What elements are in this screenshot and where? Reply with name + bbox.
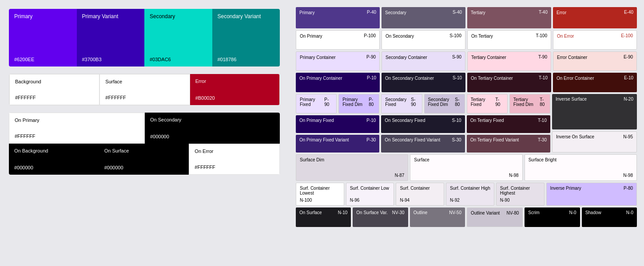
neutral-label: Error xyxy=(195,78,274,84)
right-panel: Primary P-40 Secondary S-40 Tertiary T-4… xyxy=(289,0,644,266)
cell-label: On Primary Fixed xyxy=(299,118,334,123)
neutral-label: Surface xyxy=(105,79,184,84)
color-cell: ShadowN-0 xyxy=(582,207,637,227)
cell-code: E-40 xyxy=(624,10,633,15)
cell-label: On Surface xyxy=(299,210,322,215)
cell-code: S-100 xyxy=(449,33,461,38)
color-cell: On Secondary Fixed VariantS-30 xyxy=(381,135,465,153)
color-cell: Primary FixedP-90 xyxy=(296,94,337,113)
neutral-cell: On Secondary#000000 xyxy=(145,113,280,144)
color-cell: Outline VariantNV-80 xyxy=(467,207,523,227)
cell-label: On Tertiary Fixed Variant xyxy=(470,137,519,142)
color-cell: Surf. Container HighestN-90 xyxy=(496,183,545,206)
cell-code: N-98 xyxy=(509,173,519,178)
cell-code: N-94 xyxy=(400,198,409,203)
cell-code: E-10 xyxy=(624,75,633,80)
color-cell: Surf. Container LowN-96 xyxy=(346,183,394,206)
main-swatch-row: Primary#6200EEPrimary Variant#3700B3Seco… xyxy=(9,9,280,66)
cell-code: N-87 xyxy=(395,173,405,178)
cell-code: P-40 xyxy=(367,10,376,15)
cell-code: E-100 xyxy=(621,33,633,38)
color-swatch: Primary#6200EE xyxy=(9,9,77,66)
cell-label: Scrim xyxy=(528,210,540,215)
neutral-label: On Secondary xyxy=(150,117,274,122)
cell-code: N-10 xyxy=(338,210,348,215)
cell-code: P-80 xyxy=(624,186,633,191)
color-cell: SurfaceN-98 xyxy=(410,154,522,181)
neutral-row-3: On Background#000000On Surface#000000On … xyxy=(9,144,280,175)
cell-label: Tertiary xyxy=(471,10,485,16)
neutral-label: Background xyxy=(15,79,94,84)
left-panel: Primary#6200EEPrimary Variant#3700B3Seco… xyxy=(0,0,289,266)
cell-label: Tertiary Container xyxy=(471,55,506,60)
cell-label: Surface xyxy=(414,157,429,162)
color-cell: Surf. Container HighN-92 xyxy=(446,183,494,206)
color-cell: On Error E-100 xyxy=(553,30,637,50)
neutral-row-1: Background#FFFFFFSurface#FFFFFFError#B00… xyxy=(9,74,280,106)
cell-label: Error Container xyxy=(557,55,587,60)
color-cell: On Secondary FixedS-10 xyxy=(381,115,465,133)
cell-label: Primary Fixed Dim xyxy=(342,97,369,107)
swatch-hex: #3700B3 xyxy=(82,57,139,62)
color-cell: Error E-40 xyxy=(553,7,637,28)
cell-code: T-90 xyxy=(538,55,547,59)
neutral-hex: #000000 xyxy=(14,165,94,170)
cell-label: Surface Dim xyxy=(300,157,324,162)
cell-code: N-20 xyxy=(624,97,633,102)
cell-label: On Tertiary Container xyxy=(471,75,513,81)
cell-code: T-30 xyxy=(538,137,547,142)
color-cell: Surface BrightN-98 xyxy=(525,154,637,181)
color-cell: Secondary FixedS-90 xyxy=(381,94,422,113)
color-cell: Secondary Fixed DimS-80 xyxy=(424,94,465,113)
cell-label: Surface Bright xyxy=(529,157,557,162)
cell-label: Outline Variant xyxy=(471,211,500,215)
color-cell: On Primary P-100 xyxy=(296,30,380,50)
cell-code: P-10 xyxy=(367,75,376,80)
cell-label: Tertiary Fixed Dim xyxy=(513,97,540,107)
bottom-row: On SurfaceN-10On Surface Var.NV-30Outlin… xyxy=(296,207,637,227)
cell-code: N-0 xyxy=(569,210,576,215)
color-cell: Error Container E-90 xyxy=(553,51,637,71)
cell-code: T-100 xyxy=(536,33,547,38)
neutral-hex: #000000 xyxy=(104,165,184,170)
color-grid-row: Primary P-40 Secondary S-40 Tertiary T-4… xyxy=(296,7,637,28)
cell-label: Inverse Primary xyxy=(550,186,581,191)
cell-label: Surf. Container High xyxy=(450,186,490,191)
neutral-hex: #B00020 xyxy=(195,95,274,101)
color-cell: On Surface Var.NV-30 xyxy=(353,207,408,227)
color-grid-row: On Primary Container P-10 On Secondary C… xyxy=(296,73,637,92)
color-cell: Tertiary FixedT-90 xyxy=(467,94,508,113)
color-grid-row: On Primary P-100 On Secondary S-100 On T… xyxy=(296,30,637,50)
cell-code: T-40 xyxy=(539,10,548,15)
color-cell: Secondary Container S-90 xyxy=(382,51,465,71)
swatch-hex: #03DAC6 xyxy=(150,57,207,62)
cell-label: Outline xyxy=(413,210,428,215)
color-cell: On Tertiary Fixed VariantT-30 xyxy=(467,135,550,153)
cell-label: On Error Container xyxy=(557,75,594,81)
cell-label: Primary Container xyxy=(300,55,336,60)
swatch-hex: #6200EE xyxy=(14,57,72,62)
swatch-label: Secondary xyxy=(150,13,207,20)
cell-code: S-10 xyxy=(452,118,461,123)
swatch-hex: #018786 xyxy=(218,57,275,62)
cell-label: On Error xyxy=(557,33,574,39)
inverse-on-surface-cell: Inverse On SurfaceN-95 xyxy=(552,131,637,153)
color-cell: Primary P-40 xyxy=(296,7,380,28)
cell-label: On Primary Fixed Variant xyxy=(299,137,349,142)
cell-code: NV-50 xyxy=(449,210,461,215)
color-cell: Surf. ContainerN-94 xyxy=(396,183,444,206)
neutral-hex: #FFFFFF xyxy=(15,95,94,100)
color-cell: On Secondary Container S-10 xyxy=(382,73,465,92)
neutral-cell: On Primary#FFFFFF xyxy=(9,113,145,144)
color-cell: On Secondary S-100 xyxy=(382,30,465,50)
color-swatch: Secondary#03DAC6 xyxy=(144,9,212,66)
neutral-hex: #000000 xyxy=(150,134,274,139)
cell-code: S-10 xyxy=(453,75,462,80)
color-cell: Primary Fixed DimP-80 xyxy=(338,94,379,113)
cell-label: Surf. Container Lowest xyxy=(300,186,340,196)
cell-label: On Secondary xyxy=(386,33,414,39)
color-cell: Tertiary Container T-90 xyxy=(467,51,551,71)
cell-label: Primary xyxy=(299,10,314,16)
neutral-cell: Background#FFFFFF xyxy=(9,74,99,105)
cell-code: NV-80 xyxy=(507,211,519,215)
